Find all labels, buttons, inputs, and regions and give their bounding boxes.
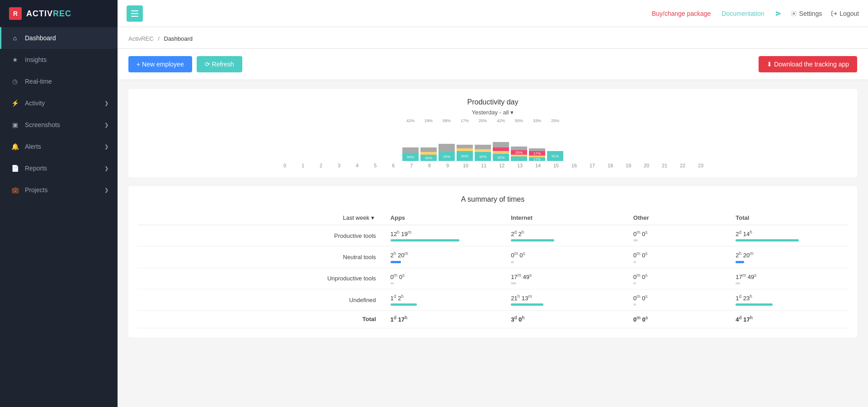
bar-apps-undefined xyxy=(391,303,417,306)
cell-apps-productive: 12h 19m xyxy=(383,225,504,246)
cell-total-total: 4d 17h xyxy=(728,311,848,328)
sidebar: R ACTIVREC ⌂ Dashboard ★ Insights ◷ Real… xyxy=(0,0,118,407)
summary-section: A summary of times Last week ▾ Apps Inte… xyxy=(128,186,857,337)
sidebar-item-activity[interactable]: ⚡ Activity ❯ xyxy=(0,92,118,114)
bar-col-10: 17% 50% xyxy=(457,125,473,161)
bar-apps-neutral xyxy=(391,261,401,263)
send-icon-link[interactable] xyxy=(775,10,782,17)
bar-apps-productive xyxy=(391,239,459,241)
time-internet-undefined: 21h 13m xyxy=(511,294,619,302)
x-label-5: 5 xyxy=(366,163,384,168)
buy-package-link[interactable]: Buy/change package xyxy=(652,10,711,17)
x-label-19: 19 xyxy=(619,163,637,168)
logout-link[interactable]: Logout xyxy=(831,10,859,17)
chevron-icon-reports: ❯ xyxy=(104,166,108,171)
cell-internet-neutral: 0m 0s xyxy=(504,246,626,268)
bar-seg-red-13: 25% xyxy=(511,150,527,155)
sidebar-item-reports[interactable]: 📄 Reports ❯ xyxy=(0,157,118,179)
row-label-neutral: Neutral tools xyxy=(137,246,383,268)
x-axis: 0 1 2 3 4 5 6 7 8 9 10 11 12 13 xyxy=(274,163,712,168)
sidebar-label-insights: Insights xyxy=(25,56,47,63)
action-bar: + New employee ⟳ Refresh ⬇ Download the … xyxy=(118,49,868,80)
x-label-13: 13 xyxy=(511,163,529,168)
bar-col-12: 42% 42% xyxy=(493,125,509,161)
sidebar-item-screenshots[interactable]: ▣ Screenshots ❯ xyxy=(0,114,118,136)
bar-col-14: 33% 17% 17% xyxy=(529,125,545,161)
briefcase-icon: 💼 xyxy=(10,185,19,194)
sidebar-label-alerts: Alerts xyxy=(25,143,41,150)
x-label-16: 16 xyxy=(565,163,583,168)
cell-internet-unproductive: 17m 49s xyxy=(504,268,626,289)
x-label-11: 11 xyxy=(475,163,493,168)
x-label-1: 1 xyxy=(294,163,312,168)
menu-toggle-button[interactable] xyxy=(127,5,143,22)
bar-seg-teal-11: 42% xyxy=(475,152,491,161)
x-label-0: 0 xyxy=(276,163,294,168)
bar-seg-teal-14: 17% xyxy=(529,157,545,161)
bar-total-productive xyxy=(736,239,799,241)
new-employee-button[interactable]: + New employee xyxy=(128,56,192,72)
file-icon: 📄 xyxy=(10,164,19,173)
bar-col-8: 29% 30% xyxy=(420,125,437,161)
cell-total-neutral: 2h 20m xyxy=(728,246,848,268)
table-row-undefined: Undefined 1d 2h 21h 13m 0m 0s xyxy=(137,289,848,310)
breadcrumb-sep: / xyxy=(158,35,160,42)
x-label-3: 3 xyxy=(330,163,348,168)
sidebar-item-alerts[interactable]: 🔔 Alerts ❯ xyxy=(0,136,118,157)
download-app-button[interactable]: ⬇ Download the tracking app xyxy=(759,56,857,72)
chevron-icon-alerts: ❯ xyxy=(104,144,108,150)
sidebar-item-projects[interactable]: 💼 Projects ❯ xyxy=(0,179,118,201)
time-other-productive: 0m 0s xyxy=(633,230,722,237)
sidebar-label-activity: Activity xyxy=(25,99,45,107)
settings-link[interactable]: Settings xyxy=(791,10,822,17)
bar-seg-gray-9 xyxy=(439,144,455,152)
row-label-total: Total xyxy=(137,311,383,328)
x-label-17: 17 xyxy=(583,163,601,168)
chevron-icon-screenshots: ❯ xyxy=(104,122,108,128)
breadcrumb: ActivREC / Dashboard xyxy=(118,27,868,49)
cell-other-undefined: 0m 0s xyxy=(626,289,729,310)
x-label-6: 6 xyxy=(384,163,402,168)
cell-internet-total: 3d 0h xyxy=(504,311,626,328)
bar-total-undefined xyxy=(736,303,772,306)
time-total-unproductive: 17m 49s xyxy=(736,273,841,280)
bell-icon: 🔔 xyxy=(10,142,19,151)
time-total-neutral: 2h 20m xyxy=(736,251,841,259)
sidebar-item-insights[interactable]: ★ Insights xyxy=(0,49,118,71)
time-total-productive: 2d 14h xyxy=(736,230,841,237)
sidebar-label-projects: Projects xyxy=(25,186,48,194)
cell-total-undefined: 1d 23h xyxy=(728,289,848,310)
cell-internet-productive: 2d 2h xyxy=(504,225,626,246)
bar-internet-unproductive xyxy=(511,282,516,284)
bar-seg-teal-8: 30% xyxy=(420,155,437,161)
logout-label: Logout xyxy=(840,10,859,17)
time-other-undefined: 0m 0s xyxy=(633,294,722,302)
x-label-15: 15 xyxy=(547,163,565,168)
x-label-21: 21 xyxy=(656,163,674,168)
bar-other-productive xyxy=(633,239,638,241)
bar-other-unproductive xyxy=(633,282,636,284)
breadcrumb-root: ActivREC xyxy=(128,35,154,42)
time-apps-neutral: 2h 20m xyxy=(391,251,497,259)
sidebar-label-realtime: Real-time xyxy=(25,78,52,85)
x-label-18: 18 xyxy=(601,163,619,168)
period-dropdown[interactable]: Last week ▾ xyxy=(343,214,374,221)
sidebar-item-realtime[interactable]: ◷ Real-time xyxy=(0,71,118,92)
refresh-button[interactable]: ⟳ Refresh xyxy=(197,56,242,72)
logo-icon: R xyxy=(9,7,22,20)
cell-internet-undefined: 21h 13m xyxy=(504,289,626,310)
sidebar-item-dashboard[interactable]: ⌂ Dashboard xyxy=(0,27,118,49)
clock-icon: ◷ xyxy=(10,77,19,86)
time-other-neutral: 0m 0s xyxy=(633,251,722,259)
bar-seg-teal-10: 50% xyxy=(457,151,473,161)
svg-point-0 xyxy=(793,13,795,14)
chart-dropdown-icon[interactable]: ▾ xyxy=(510,109,514,116)
logo: R ACTIVREC xyxy=(0,0,118,27)
bar-seg-gray-11 xyxy=(475,145,491,149)
table-row-total: Total 1d 17h 3d 0h 0m 0s 4d 17h xyxy=(137,311,848,328)
time-apps-undefined: 1d 2h xyxy=(391,294,497,302)
documentation-link[interactable]: Documentation xyxy=(722,10,764,17)
bar-col-11: 25% 42% xyxy=(475,125,491,161)
bolt-icon: ⚡ xyxy=(10,99,19,108)
time-other-unproductive: 0m 0s xyxy=(633,273,722,280)
